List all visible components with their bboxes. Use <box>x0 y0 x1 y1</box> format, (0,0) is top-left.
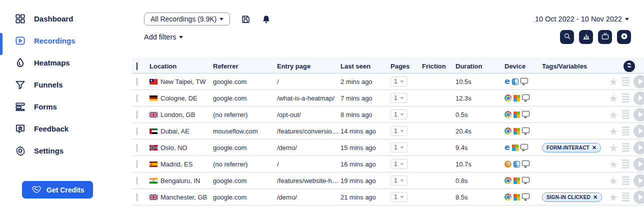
date-range-dropdown[interactable]: 10 Oct 2022 - 10 Nov 2022 <box>535 15 629 23</box>
play-recording-icon[interactable] <box>634 108 644 122</box>
select-all-checkbox[interactable] <box>136 62 138 70</box>
duration-text: 0.8s <box>456 177 504 184</box>
sidebar-item-settings[interactable]: Settings <box>0 140 132 162</box>
tag-pill[interactable]: FORM-INTERACT✕ <box>542 143 601 152</box>
play-recording-icon[interactable] <box>634 141 644 154</box>
firefox-browser-icon <box>504 160 512 168</box>
table-row[interactable]: London, GB (no referrer) /opt-out/ 8 min… <box>132 106 644 123</box>
sidebar-item-forms[interactable]: Forms <box>0 96 132 118</box>
star-icon[interactable]: ★ <box>608 142 618 153</box>
star-icon[interactable]: ★ <box>608 176 618 186</box>
referrer-text: (no referrer) <box>213 160 277 168</box>
tag-pill[interactable]: SIGN-IN CLICKED✕ <box>542 192 602 202</box>
table-row[interactable]: Bengaluru, IN google.com /features/websi… <box>132 172 644 189</box>
play-recording-icon[interactable] <box>634 174 644 188</box>
duration-text: 10.7s <box>456 160 504 168</box>
play-recording-icon[interactable] <box>634 75 644 88</box>
device-icons: e <box>504 144 542 151</box>
search-icon <box>563 32 572 42</box>
last-seen-text: 19 mins ago <box>340 177 390 184</box>
play-recording-icon[interactable] <box>634 124 644 138</box>
column-header-duration[interactable]: Duration <box>456 62 504 70</box>
add-filters-button[interactable]: Add filters <box>144 33 183 41</box>
duration-text: 10.5s <box>456 78 504 86</box>
column-header-location[interactable]: Location <box>150 62 213 70</box>
star-icon[interactable]: ★ <box>608 76 618 87</box>
pages-dropdown[interactable]: 1 <box>390 126 408 136</box>
column-header-last-seen[interactable]: Last seen <box>340 62 390 70</box>
last-seen-text: 2 mins ago <box>340 78 390 86</box>
table-row[interactable]: Cologne, DE google.com /what-is-a-heatma… <box>132 90 644 106</box>
column-header-entry-page[interactable]: Entry page <box>277 62 340 70</box>
star-icon[interactable]: ★ <box>608 110 618 120</box>
table-row[interactable]: Dubai, AE mouseflow.com /features/conver… <box>132 123 644 140</box>
star-icon[interactable]: ★ <box>608 192 618 202</box>
column-header-device[interactable]: Device <box>504 62 542 70</box>
last-seen-text: 16 mins ago <box>340 160 390 168</box>
sidebar-item-funnels[interactable]: Funnels <box>0 74 132 96</box>
row-menu-icon[interactable] <box>622 126 630 136</box>
pages-dropdown[interactable]: 1 <box>390 110 408 120</box>
location-text: Bengaluru, IN <box>160 177 200 184</box>
row-menu-icon[interactable] <box>622 176 630 185</box>
get-credits-button[interactable]: Get Credits <box>22 181 93 198</box>
flag-es-icon <box>150 162 158 167</box>
search-button[interactable] <box>560 30 574 44</box>
sidebar-item-dashboard[interactable]: Dashboard <box>0 8 132 30</box>
desktop-monitor-icon <box>522 160 530 166</box>
row-menu-icon[interactable] <box>622 160 630 168</box>
last-seen-text: 21 mins ago <box>340 194 390 201</box>
row-checkbox[interactable] <box>136 78 138 86</box>
row-checkbox[interactable] <box>136 177 138 184</box>
tag-remove-icon[interactable]: ✕ <box>592 144 596 151</box>
refresh-button[interactable] <box>624 60 635 72</box>
row-checkbox[interactable] <box>136 128 138 135</box>
recordings-filter-dropdown[interactable]: All Recordings (9.9K) <box>144 12 230 26</box>
sidebar-item-feedback[interactable]: Feedback <box>0 118 132 140</box>
row-menu-icon[interactable] <box>622 94 630 102</box>
main-content: All Recordings (9.9K) 10 Oct 2022 - 10 N… <box>132 0 644 209</box>
table-row[interactable]: Oslo, NO google.com /demo/ 15 mins ago 1… <box>132 140 644 156</box>
sidebar-item-label: Forms <box>34 102 57 111</box>
play-recording-icon[interactable] <box>634 92 644 105</box>
pages-dropdown[interactable]: 1 <box>390 142 408 152</box>
mac-os-icon <box>514 161 520 168</box>
row-checkbox[interactable] <box>136 94 138 102</box>
table-row[interactable]: Manchester, GB google.com /demo/ 21 mins… <box>132 189 644 206</box>
star-icon[interactable]: ★ <box>608 93 618 104</box>
tv-button[interactable] <box>598 30 612 44</box>
row-checkbox[interactable] <box>136 160 138 168</box>
sidebar-item-recordings[interactable]: Recordings <box>0 30 132 52</box>
column-header-tags-variables[interactable]: Tags/Variables <box>542 62 604 70</box>
analytics-button[interactable] <box>579 30 593 44</box>
row-checkbox[interactable] <box>136 194 138 201</box>
table-row[interactable]: New Taipei, TW google.com / 2 mins ago 1… <box>132 74 644 90</box>
row-menu-icon[interactable] <box>622 110 630 119</box>
pages-dropdown[interactable]: 1 <box>390 176 408 186</box>
column-header-pages[interactable]: Pages <box>390 62 422 70</box>
save-icon[interactable] <box>241 14 250 24</box>
column-header-friction[interactable]: Friction <box>422 62 456 70</box>
play-all-button[interactable] <box>617 30 631 44</box>
row-checkbox[interactable] <box>136 111 138 118</box>
row-checkbox[interactable] <box>136 144 138 152</box>
column-header-referrer[interactable]: Referrer <box>213 62 277 70</box>
play-recording-icon[interactable] <box>634 158 644 171</box>
pages-dropdown[interactable]: 1 <box>390 76 408 86</box>
bell-icon[interactable] <box>262 14 271 24</box>
sidebar-item-heatmaps[interactable]: Heatmaps <box>0 52 132 74</box>
pages-dropdown[interactable]: 1 <box>390 159 408 169</box>
pages-dropdown[interactable]: 1 <box>390 93 408 103</box>
row-menu-icon[interactable] <box>622 143 630 152</box>
pages-dropdown[interactable]: 1 <box>390 192 408 202</box>
row-menu-icon[interactable] <box>622 192 630 202</box>
sidebar: DashboardRecordingsHeatmapsFunnelsFormsF… <box>0 0 132 209</box>
tag-remove-icon[interactable]: ✕ <box>593 194 598 200</box>
star-icon[interactable]: ★ <box>608 159 618 170</box>
play-recording-icon[interactable] <box>634 190 644 204</box>
table-header-row: Location Referrer Entry page Last seen P… <box>132 58 644 74</box>
table-row[interactable]: Madrid, ES (no referrer) / 16 mins ago 1… <box>132 156 644 172</box>
tv-icon <box>601 32 610 42</box>
row-menu-icon[interactable] <box>622 77 630 86</box>
star-icon[interactable]: ★ <box>608 126 618 136</box>
